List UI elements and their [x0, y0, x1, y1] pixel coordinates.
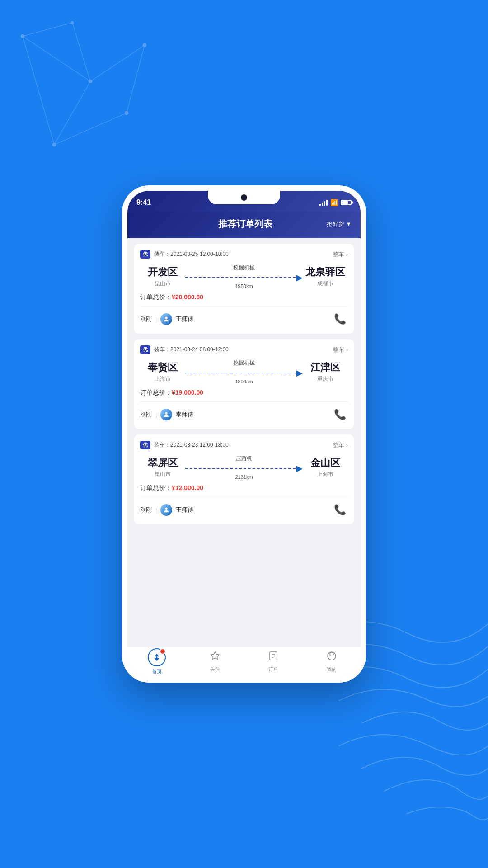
camera: [241, 194, 247, 201]
loading-date: 装车：2021-03-24 08:00-12:00: [154, 346, 229, 354]
priority-badge: 优: [140, 250, 150, 259]
nav-label-follow: 关注: [210, 666, 220, 673]
divider: [140, 401, 348, 402]
phone-icon: 📞: [334, 313, 346, 325]
call-button[interactable]: 📞: [332, 502, 348, 518]
priority-badge: 优: [140, 441, 150, 449]
route-section: 翠屏区 昆山市 压路机 ▶ 2131km 金山区 上海市: [140, 455, 348, 480]
svg-point-6: [21, 34, 24, 38]
time-ago: 刚刚: [140, 315, 152, 323]
filter-label: 抢好货: [327, 220, 344, 228]
order-type-label: 整车: [333, 441, 344, 449]
order-type: 整车 ›: [333, 346, 348, 354]
divider: [140, 497, 348, 497]
driver-name: 王师傅: [176, 506, 193, 514]
to-city-sub: 重庆市: [303, 375, 348, 383]
price-label: 订单总价：: [140, 293, 172, 301]
to-city: 金山区 上海市: [303, 456, 348, 478]
order-list: 优 装车：2021-03-25 12:00-18:00 整车 › 开发区 昆山市…: [127, 238, 361, 647]
to-city-sub: 上海市: [303, 471, 348, 478]
chevron-right-icon: ›: [346, 442, 348, 448]
from-city-sub: 上海市: [140, 375, 185, 383]
phone-frame: 9:41 📶 推荐订单列表 抢好货 ▼ 优: [122, 185, 366, 683]
order-type-label: 整车: [333, 346, 344, 354]
avatar: [160, 504, 172, 516]
driver-left: 刚刚 | 李师傅: [140, 409, 193, 420]
home-icon-wrap: [148, 648, 166, 666]
svg-point-8: [52, 143, 56, 146]
svg-point-7: [89, 80, 92, 83]
call-button[interactable]: 📞: [332, 311, 348, 327]
route-arrow: ▶: [185, 274, 303, 282]
goods-type: 压路机: [236, 455, 252, 462]
order-price: 订单总价：¥20,000.00: [140, 293, 348, 302]
phone-icon: 📞: [334, 409, 346, 420]
driver-left: 刚刚 | 王师傅: [140, 504, 193, 516]
from-city-name: 翠屏区: [140, 456, 185, 470]
route-arrow: ▶: [185, 464, 303, 472]
time-ago: 刚刚: [140, 506, 152, 514]
follow-icon: [210, 651, 221, 664]
nav-label-orders: 订单: [268, 666, 278, 673]
filter-button[interactable]: 抢好货 ▼: [327, 220, 352, 228]
price-label: 订单总价：: [140, 389, 172, 396]
route-distance: 1809km: [235, 379, 253, 384]
svg-line-1: [54, 81, 90, 145]
nav-label-home: 首页: [152, 668, 162, 675]
nav-label-mine: 我的: [327, 666, 337, 673]
call-button[interactable]: 📞: [332, 406, 348, 423]
header: 推荐订单列表 抢好货 ▼: [127, 212, 361, 238]
driver-row: 刚刚 | 王师傅 📞: [140, 502, 348, 518]
order-card[interactable]: 优 装车：2021-03-23 12:00-18:00 整车 › 翠屏区 昆山市…: [134, 434, 354, 524]
arrow-icon: ▶: [296, 464, 303, 472]
loading-date: 装车：2021-03-23 12:00-18:00: [154, 441, 229, 449]
nav-item-mine[interactable]: 我的: [302, 651, 361, 673]
price-value: ¥20,000.00: [172, 293, 203, 301]
svg-point-17: [156, 656, 157, 658]
loading-date: 装车：2021-03-25 12:00-18:00: [154, 250, 229, 258]
orders-icon: [268, 651, 279, 664]
driver-row: 刚刚 | 王师傅 📞: [140, 311, 348, 327]
svg-line-3: [23, 36, 54, 145]
price-value: ¥12,000.00: [172, 484, 203, 491]
order-type: 整车 ›: [333, 441, 348, 449]
svg-point-9: [125, 111, 128, 115]
divider: [140, 306, 348, 307]
home-circle: [148, 648, 166, 666]
svg-point-11: [71, 21, 74, 24]
priority-badge: 优: [140, 345, 150, 354]
avatar: [160, 313, 172, 325]
route-middle: 挖掘机械 ▶ 1809km: [185, 359, 303, 384]
to-city: 龙泉驿区 成都市: [303, 265, 348, 288]
order-card[interactable]: 优 装车：2021-03-24 08:00-12:00 整车 › 奉贤区 上海市…: [134, 339, 354, 429]
signal-icon: [319, 199, 328, 206]
notch: [208, 191, 280, 204]
battery-icon: [341, 200, 352, 205]
card-header: 优 装车：2021-03-25 12:00-18:00 整车 ›: [140, 250, 348, 259]
driver-row: 刚刚 | 李师傅 📞: [140, 406, 348, 423]
svg-line-0: [23, 36, 90, 81]
svg-point-15: [165, 412, 168, 415]
nav-item-home[interactable]: 首页: [127, 648, 186, 675]
svg-marker-18: [211, 652, 219, 660]
driver-left: 刚刚 | 王师傅: [140, 313, 193, 325]
nav-item-follow[interactable]: 关注: [186, 651, 244, 673]
svg-line-13: [23, 23, 72, 36]
order-card[interactable]: 优 装车：2021-03-25 12:00-18:00 整车 › 开发区 昆山市…: [134, 244, 354, 334]
mine-icon: [326, 651, 337, 664]
goods-type: 挖掘机械: [233, 264, 255, 272]
from-city: 翠屏区 昆山市: [140, 456, 185, 478]
page-title: 推荐订单列表: [164, 218, 327, 230]
filter-icon: ▼: [346, 221, 352, 227]
nav-item-orders[interactable]: 订单: [244, 651, 302, 673]
home-badge: [160, 648, 166, 655]
driver-name: 王师傅: [176, 315, 193, 323]
order-type-label: 整车: [333, 250, 344, 259]
svg-line-12: [72, 23, 90, 81]
card-header-left: 优 装车：2021-03-25 12:00-18:00: [140, 250, 229, 259]
price-label: 订单总价：: [140, 484, 172, 491]
route-section: 开发区 昆山市 挖掘机械 ▶ 1950km 龙泉驿区 成都市: [140, 264, 348, 289]
svg-line-5: [127, 45, 145, 113]
card-header-left: 优 装车：2021-03-24 08:00-12:00: [140, 345, 229, 354]
route-distance: 2131km: [235, 474, 253, 480]
